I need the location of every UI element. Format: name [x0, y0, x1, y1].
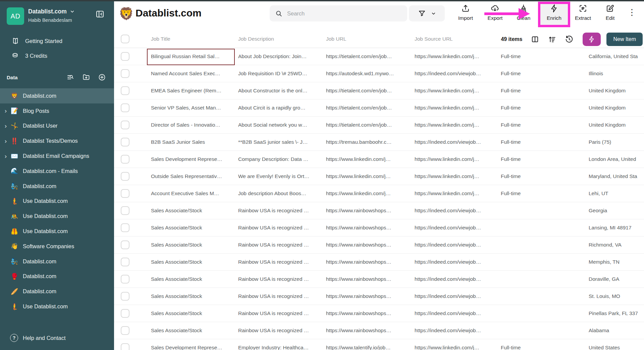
cell-job-title[interactable]: Sales Associate/Stock [151, 327, 238, 334]
row-checkbox[interactable] [121, 258, 129, 266]
cell-job-location[interactable]: Memphis, TN [589, 259, 644, 265]
cell-job-type[interactable]: Full-time [501, 139, 589, 145]
cell-job-location[interactable]: Richmond, VA [589, 242, 644, 248]
cell-job-description[interactable]: Rainbow USA is recognized … [238, 208, 326, 214]
sidebar-item-credits[interactable]: 3 Credits [0, 48, 114, 63]
cell-job-source-url[interactable]: https://indeed.com/viewjob… [415, 276, 501, 282]
cell-job-type[interactable]: Full-time [501, 105, 589, 111]
cell-job-url[interactable]: https://www.rainbowshops… [326, 276, 415, 282]
cell-job-source-url[interactable]: https://www.linkedin.com/j… [415, 105, 501, 111]
cell-job-url[interactable]: https://tietalent.com/en/job… [326, 53, 415, 59]
row-checkbox[interactable] [121, 121, 129, 129]
row-checkbox[interactable] [121, 138, 129, 146]
add-collection-icon[interactable] [98, 73, 106, 81]
cell-job-type[interactable]: Full-time [501, 53, 589, 59]
row-checkbox[interactable] [121, 189, 129, 198]
cell-job-description[interactable]: About Constructor is the onl… [238, 88, 326, 94]
cell-job-description[interactable]: Rainbow USA is recognized … [238, 327, 326, 334]
sidebar-item-collection[interactable]: 🦺Use Datablist.com [0, 224, 114, 239]
cell-job-title[interactable]: Sales Associate/Stock [151, 293, 238, 299]
cell-job-type[interactable]: Full-time [501, 190, 589, 196]
cell-job-source-url[interactable]: https://www.linkedin.com/j… [415, 173, 501, 179]
cell-job-source-url[interactable]: https://indeed.com/viewjob… [415, 208, 501, 214]
toolbar-import-button[interactable]: Import [458, 4, 473, 21]
cell-job-title[interactable]: Named Account Sales Exec… [151, 71, 238, 77]
sidebar-item-collection[interactable]: 🦁Datablist.com [0, 88, 114, 103]
column-header-job-title[interactable]: Job Title [151, 36, 238, 42]
sidebar-item-collection[interactable]: ›‼️Datablist Tests/Demos [0, 133, 114, 148]
search-lists-icon[interactable] [66, 73, 74, 81]
sidebar-item-collection[interactable]: 🤼Use Datablist.com [0, 209, 114, 224]
column-header-job-source-url[interactable]: Job Source URL [415, 36, 501, 42]
toolbar-edit-button[interactable]: Edit [606, 4, 615, 21]
cell-job-source-url[interactable]: https://www.linkedin.com/j… [415, 190, 501, 196]
cell-job-title[interactable]: B2B SaaS Junior Sales [151, 139, 238, 145]
sidebar-item-collection[interactable]: 🧜Use Datablist.com [0, 194, 114, 209]
cell-job-description[interactable]: **B2B SaaS junior sales \- J… [238, 139, 326, 145]
cell-job-title[interactable]: Sales Associate/Stock [151, 225, 238, 231]
row-checkbox[interactable] [121, 223, 129, 232]
cell-job-title[interactable]: Senior VP Sales, Asset Man… [151, 105, 238, 111]
cell-job-type[interactable]: Full-time [501, 88, 589, 94]
cell-job-source-url[interactable]: https://indeed.com/viewjob… [415, 139, 501, 145]
cell-job-source-url[interactable]: https://indeed.com/viewjob… [415, 310, 501, 316]
cell-job-location[interactable]: United Kingdom [589, 122, 644, 128]
toolbar-export-button[interactable]: Export [488, 4, 503, 21]
sidebar-item-collection[interactable]: ›🤸Datablist User [0, 119, 114, 134]
workspace-switcher[interactable]: Datablist.com [28, 8, 75, 15]
more-options-button[interactable]: ⋮ [628, 8, 636, 16]
cell-job-source-url[interactable]: https://www.linkedin.com/j… [415, 156, 501, 162]
sidebar-item-collection[interactable]: ›📝Blog Posts [0, 103, 114, 119]
chevron-right-icon[interactable]: › [2, 137, 9, 145]
cell-job-source-url[interactable]: https://www.linkedin.com/j… [415, 122, 501, 128]
column-header-job-description[interactable]: Job Description [238, 36, 326, 42]
cell-job-description[interactable]: Company Description: Data … [238, 156, 326, 162]
sidebar-item-collection[interactable]: 🧞Datablist.com [0, 254, 114, 269]
sidebar-item-collection[interactable]: 🥖Datablist.com [0, 284, 114, 299]
history-button[interactable] [565, 35, 574, 44]
new-folder-icon[interactable] [82, 73, 90, 81]
cell-job-location[interactable]: United Kingdom [589, 88, 644, 94]
row-checkbox[interactable] [121, 69, 129, 78]
cell-job-location[interactable]: Maryland, United Sta [589, 173, 644, 179]
sidebar-item-getting-started[interactable]: Getting Started [0, 34, 114, 48]
cell-job-title[interactable]: Account Executive Sales M… [151, 190, 238, 196]
cell-job-description[interactable]: Rainbow USA is recognized … [238, 276, 326, 282]
select-all-checkbox[interactable] [121, 35, 129, 43]
cell-job-location[interactable]: Pinellas Park, FL 337 [589, 310, 644, 316]
cell-job-url[interactable]: https://www.linkedin.com/j… [326, 173, 415, 179]
cell-job-title[interactable]: Sales Associate/Stock [151, 310, 238, 316]
cell-job-description[interactable]: Employer Industry: Healthca… [238, 345, 326, 350]
cell-job-source-url[interactable]: https://indeed.com/viewjob… [415, 242, 501, 248]
sidebar-item-collection[interactable]: 👋Software Companies [0, 239, 114, 254]
row-checkbox[interactable] [121, 326, 129, 335]
cell-job-url[interactable]: https://www.rainbowshops… [326, 293, 415, 299]
cell-job-url[interactable]: https://tremau.bamboohr.c… [326, 139, 415, 145]
chevron-right-icon[interactable]: › [2, 152, 9, 160]
cell-job-location[interactable]: Illinois [589, 71, 644, 77]
toggle-columns-button[interactable] [531, 35, 539, 44]
chevron-right-icon[interactable]: › [2, 122, 9, 130]
cell-job-location[interactable]: United Kingdom [589, 105, 644, 111]
row-checkbox[interactable] [121, 172, 129, 181]
cell-job-title[interactable]: Sales Development Represe… [151, 345, 238, 350]
cell-job-title[interactable]: Sales Associate/Stock [151, 242, 238, 248]
row-checkbox[interactable] [121, 343, 129, 350]
cell-job-type[interactable]: Full-time [501, 71, 589, 77]
cell-job-title[interactable]: Bilingual Russian Retail Sal… [151, 53, 238, 59]
sidebar-item-help[interactable]: ? Help and Contact [0, 331, 114, 345]
cell-job-location[interactable]: Lehi, UT [589, 190, 644, 196]
sidebar-item-collection[interactable]: 🧞Datablist.com [0, 179, 114, 194]
cell-job-source-url[interactable]: https://indeed.com/viewjob… [415, 71, 501, 77]
toolbar-clean-button[interactable]: Clean [517, 4, 531, 21]
sort-button[interactable] [548, 35, 556, 44]
cell-job-title[interactable]: Director of Sales - Innovatio… [151, 122, 238, 128]
cell-job-location[interactable]: California, United Sta [589, 53, 644, 59]
cell-job-title[interactable]: Sales Associate/Stock [151, 259, 238, 265]
cell-job-description[interactable]: Rainbow USA is recognized … [238, 242, 326, 248]
sidebar-item-collection[interactable]: 🧜Use Datablist.com [0, 299, 114, 314]
cell-job-url[interactable]: https://tietalent.com/en/job… [326, 88, 415, 94]
cell-job-url[interactable]: https://www.rainbowshops… [326, 310, 415, 316]
cell-job-url[interactable]: https://tietalent.com/en/job… [326, 122, 415, 128]
workspace-avatar[interactable]: AD [7, 7, 24, 25]
